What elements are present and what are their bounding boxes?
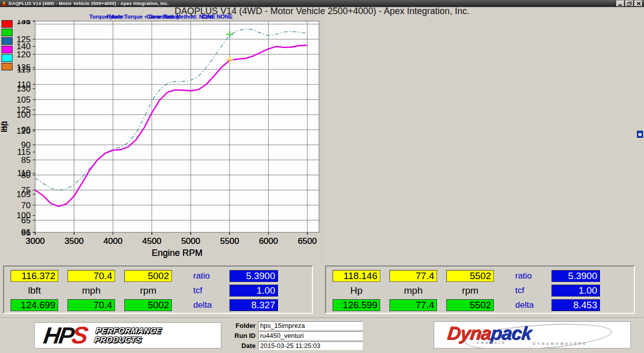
- svg-text:75: 75: [21, 186, 31, 195]
- app-icon: [2, 2, 7, 6]
- date-input[interactable]: [258, 341, 363, 350]
- svg-text:95: 95: [21, 125, 31, 135]
- svg-text:4000: 4000: [104, 236, 123, 246]
- legend-swatch-green[interactable]: [2, 29, 13, 36]
- rpm-cursor-value: 5502: [446, 270, 494, 282]
- rpm-unit-label: rpm: [124, 285, 172, 296]
- svg-text:120: 120: [17, 50, 31, 59]
- torque-unit-label: lbft: [11, 285, 58, 296]
- daqplus-window: { "window": { "titlebar_text": "DAQPLUS …: [0, 0, 644, 353]
- speed-cursor-value: 77.4: [389, 270, 437, 282]
- svg-text:6000: 6000: [259, 236, 278, 246]
- power-readout-panel: 118.146 77.4 5502 ratio 5.3900 Hp mph rp…: [325, 266, 635, 314]
- delta-label: delta: [181, 300, 220, 310]
- rpm-cursor-value: 5002: [124, 270, 172, 282]
- tcf-label: tcf: [503, 286, 542, 296]
- window-title: DAQPLUS V14 (4WD - Motor Vehicle 2500+40…: [9, 1, 169, 6]
- rpm-cursor-value-2: 5502: [446, 299, 494, 311]
- legend-swatch-cyan[interactable]: [2, 54, 13, 62]
- power-cursor-value: 118.146: [333, 270, 380, 282]
- run-id-label: Run ID: [223, 332, 256, 339]
- speed-cursor-value-2: 77.4: [389, 299, 437, 311]
- svg-text:3500: 3500: [64, 236, 84, 246]
- date-row: Date: [223, 341, 394, 350]
- speed-unit-label: mph: [389, 285, 437, 296]
- date-label: Date: [223, 342, 256, 349]
- footer-strip: HPS PERFORMANCE PRODUCTS Folder Run ID D…: [0, 318, 644, 353]
- svg-text:5500: 5500: [220, 236, 239, 246]
- svg-text:6500: 6500: [298, 236, 317, 246]
- rpm-unit-label: rpm: [446, 285, 494, 296]
- svg-text:100: 100: [17, 110, 31, 120]
- svg-text:115: 115: [17, 65, 31, 74]
- svg-text:Engine RPM: Engine RPM: [151, 248, 202, 258]
- power-chart-canvas[interactable]: 1311251201151101051009590858075706561300…: [0, 20, 321, 260]
- power-chart-title: Power:: [107, 14, 126, 20]
- dynapack-text-dyna: Dyna: [446, 323, 492, 343]
- rpm-cursor-value-2: 5002: [124, 299, 172, 311]
- run-info-form: Folder Run ID Date: [223, 321, 394, 351]
- svg-text:65: 65: [21, 216, 31, 225]
- ratio-value: 5.3900: [229, 270, 278, 282]
- ratio-label: ratio: [503, 271, 542, 281]
- svg-text:80: 80: [21, 170, 31, 180]
- torque-cursor-value: 116.372: [11, 270, 58, 282]
- delta-value: 8.327: [229, 299, 278, 311]
- svg-text:105: 105: [17, 95, 31, 105]
- speed-unit-label: mph: [67, 285, 115, 296]
- power-cursor-value-2: 126.599: [333, 299, 380, 311]
- legend-swatch-orange[interactable]: [2, 63, 13, 70]
- hps-logo-hp-text: HP: [42, 322, 74, 348]
- folder-input[interactable]: [258, 321, 363, 330]
- svg-text:125: 125: [17, 35, 31, 44]
- hps-word-products: PRODUCTS: [94, 335, 160, 344]
- svg-text:90: 90: [21, 140, 31, 150]
- tcf-value: 1.00: [551, 285, 600, 297]
- svg-text:70: 70: [21, 201, 31, 210]
- svg-text:5000: 5000: [181, 236, 200, 246]
- svg-text:3000: 3000: [26, 236, 45, 246]
- folder-label: Folder: [223, 322, 256, 329]
- minimize-icon: [618, 2, 623, 6]
- legend-swatch-blue[interactable]: [2, 37, 13, 45]
- dynapack-sub-dynamometers: DYNAMOMETERS: [533, 342, 587, 345]
- ratio-value: 5.3900: [551, 270, 600, 282]
- torque-readout-panel: 116.372 70.4 5002 ratio 5.3900 lbft mph …: [3, 266, 313, 314]
- power-unit-label: Hp: [333, 285, 380, 296]
- svg-text:Hp: Hp: [0, 121, 9, 132]
- svg-text:4500: 4500: [142, 236, 162, 246]
- delta-value: 8.453: [551, 299, 600, 311]
- svg-text:85: 85: [21, 155, 31, 165]
- run-id-input[interactable]: [258, 331, 363, 340]
- hps-logo: HPS PERFORMANCE PRODUCTS: [34, 322, 221, 348]
- ratio-label: ratio: [181, 271, 220, 281]
- close-icon: [636, 2, 641, 6]
- tcf-label: tcf: [181, 286, 220, 296]
- folder-row: Folder: [223, 321, 394, 330]
- speed-cursor-value: 70.4: [67, 270, 115, 282]
- svg-text:131: 131: [17, 20, 31, 26]
- hps-logo-s-text: S: [70, 322, 90, 348]
- speed-cursor-value-2: 70.4: [67, 299, 115, 311]
- hps-word-performance: PERFORMANCE: [95, 326, 162, 335]
- dynapack-sub-chassis: CHASSIS: [476, 341, 506, 344]
- chart-divider: [321, 14, 322, 262]
- legend-swatch-red[interactable]: [2, 20, 13, 28]
- window-edge-widget[interactable]: [637, 131, 643, 138]
- tcf-value: 1.00: [229, 285, 278, 297]
- power-correction-label: Correction Method: NONE: [146, 14, 215, 20]
- dynapack-logo: Dynapack CHASSIS DYNAMOMETERS: [434, 321, 631, 348]
- svg-text:110: 110: [17, 80, 31, 90]
- delta-label: delta: [503, 300, 542, 310]
- dynapack-text-pack: pack: [490, 323, 532, 343]
- power-chart-header: Power: Correction Method: NONE: [0, 14, 322, 20]
- run-id-row: Run ID: [223, 331, 394, 340]
- restore-icon: [627, 2, 632, 6]
- legend-swatch-magenta[interactable]: [2, 46, 13, 53]
- power-chart-panel: Power: Correction Method: NONE 131125120…: [0, 14, 322, 265]
- torque-cursor-value-2: 124.699: [11, 299, 58, 311]
- power-legend-swatches: [2, 20, 13, 70]
